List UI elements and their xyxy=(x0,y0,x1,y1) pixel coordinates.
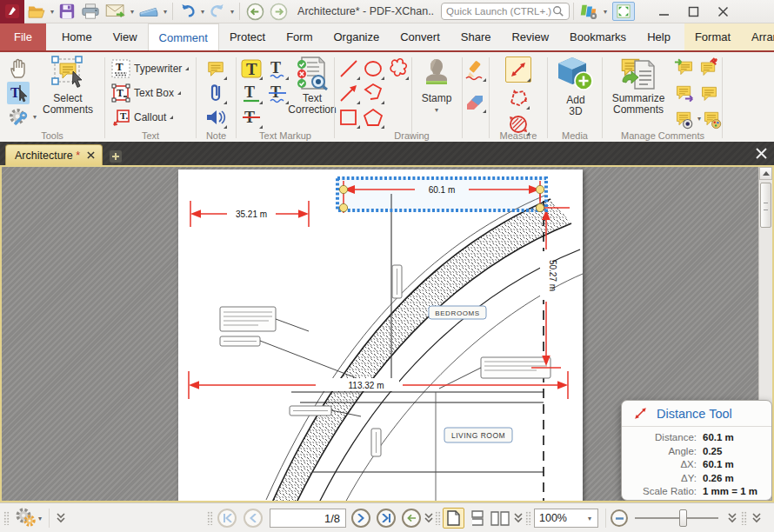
tab-file[interactable]: File xyxy=(0,23,46,50)
page-number-input[interactable]: 1/8 xyxy=(270,509,346,528)
stamp-dropdown-icon[interactable]: ▾ xyxy=(433,104,440,116)
hand-tool-button[interactable] xyxy=(7,57,30,80)
email-button[interactable] xyxy=(103,1,129,22)
tab-view[interactable]: View xyxy=(103,23,148,50)
export-comments-button[interactable] xyxy=(673,82,696,104)
tab-share[interactable]: Share xyxy=(450,23,502,50)
dimension-bottom[interactable]: 113.32 m xyxy=(349,381,384,390)
strikeout-text-button[interactable]: T xyxy=(240,106,263,129)
sticky-note-button[interactable] xyxy=(204,57,227,80)
two-page-view-button[interactable] xyxy=(489,508,510,529)
expand-panel-icon[interactable] xyxy=(56,512,66,524)
stamp-button[interactable]: Stamp ▾ xyxy=(413,56,460,116)
more-tools-expand-icon[interactable] xyxy=(751,512,762,524)
text-box-button[interactable]: T Text Box xyxy=(111,83,181,103)
open-button[interactable] xyxy=(24,1,49,22)
eraser-tool-button[interactable] xyxy=(464,90,486,113)
nav-forward-button[interactable] xyxy=(267,1,290,22)
scroll-up-button[interactable] xyxy=(759,167,772,180)
quick-launch-input[interactable]: Quick Launch (CTRL+.) xyxy=(441,3,570,20)
show-comments-button[interactable] xyxy=(673,108,696,130)
zoom-slider-track[interactable] xyxy=(635,517,718,519)
perimeter-tool-button[interactable] xyxy=(507,87,530,110)
print-button[interactable] xyxy=(78,1,103,22)
add-3d-button[interactable]: Add 3D xyxy=(544,56,607,117)
tab-home[interactable]: Home xyxy=(51,23,103,50)
polygon-line-tool-button[interactable] xyxy=(362,82,384,104)
comment-notes-button[interactable] xyxy=(697,82,720,104)
callout-button[interactable]: T. Callout xyxy=(111,108,173,127)
minimize-button[interactable] xyxy=(649,1,678,22)
email-dropdown-icon[interactable]: ▾ xyxy=(129,8,136,16)
squiggly-underline-button[interactable]: T xyxy=(266,57,289,80)
document-viewport[interactable]: BEDROOMS LIVING ROOM xyxy=(0,165,774,502)
callout-dropdown-icon[interactable] xyxy=(170,116,173,119)
close-window-button[interactable] xyxy=(708,1,737,22)
distance-tool-button[interactable] xyxy=(505,57,531,83)
redo-dropdown-icon[interactable]: ▾ xyxy=(229,8,236,16)
tab-bookmarks[interactable]: Bookmarks xyxy=(559,23,637,50)
undo-dropdown-icon[interactable]: ▾ xyxy=(199,8,206,16)
layout-options-expand-icon[interactable] xyxy=(513,512,524,524)
select-comments-button[interactable]: Select Comments xyxy=(37,56,99,116)
cloud-tool-button[interactable] xyxy=(386,57,409,80)
scan-dropdown-icon[interactable]: ▾ xyxy=(162,8,169,16)
polygon-tool-button[interactable] xyxy=(362,106,384,129)
statusbar-options-button[interactable] xyxy=(11,507,39,528)
rectangle-tool-button[interactable] xyxy=(337,106,360,129)
next-page-button[interactable] xyxy=(351,509,370,528)
zoom-options-expand-icon[interactable] xyxy=(727,512,737,524)
pencil-tool-button[interactable] xyxy=(464,59,486,82)
ui-options-button[interactable] xyxy=(577,1,602,22)
new-tab-button[interactable] xyxy=(106,148,125,165)
typewriter-button[interactable]: T Typewriter xyxy=(111,59,189,78)
tab-convert[interactable]: Convert xyxy=(390,23,450,50)
drag-grip[interactable] xyxy=(3,511,10,525)
tab-form[interactable]: Form xyxy=(276,23,323,50)
dimension-right[interactable]: 50.27 m xyxy=(548,260,557,291)
text-box-dropdown-icon[interactable] xyxy=(177,91,181,95)
tab-arrange[interactable]: Arrange xyxy=(741,23,774,50)
strikeout-squiggly-button[interactable]: T xyxy=(266,82,289,104)
tab-comment[interactable]: Comment xyxy=(148,23,219,50)
tab-protect[interactable]: Protect xyxy=(219,23,276,50)
import-comments-button[interactable] xyxy=(673,56,696,78)
tab-review[interactable]: Review xyxy=(501,23,559,50)
page-nav-grip[interactable] xyxy=(207,511,213,525)
tab-help[interactable]: Help xyxy=(637,23,681,50)
summarize-comments-button[interactable]: Summarize Comments xyxy=(605,56,671,116)
sound-button[interactable] xyxy=(204,106,227,129)
document-tab-architecture[interactable]: Architecture * xyxy=(5,144,103,165)
selected-distance-annotation[interactable]: 60.1 m xyxy=(337,178,546,213)
zoom-out-button[interactable] xyxy=(611,509,628,527)
statusbar-options-dropdown-icon[interactable]: ▾ xyxy=(37,515,43,522)
text-correction-button[interactable]: Text Correction xyxy=(290,56,334,116)
typewriter-dropdown-icon[interactable] xyxy=(185,67,189,70)
continuous-view-button[interactable] xyxy=(466,508,488,529)
previous-page-button[interactable] xyxy=(244,509,263,528)
zoom-dropdown-icon[interactable]: ▾ xyxy=(586,515,593,522)
arrow-tool-button[interactable] xyxy=(337,82,360,104)
open-dropdown-icon[interactable]: ▾ xyxy=(49,8,56,16)
tab-format[interactable]: Format xyxy=(684,23,741,50)
single-page-view-button[interactable] xyxy=(443,508,464,529)
tool-settings-button[interactable] xyxy=(7,106,30,129)
undo-button[interactable] xyxy=(177,1,199,22)
redo-button[interactable] xyxy=(206,1,229,22)
oval-tool-button[interactable] xyxy=(362,57,384,80)
first-page-button[interactable] xyxy=(217,509,237,528)
select-text-tool-button[interactable]: T xyxy=(7,82,30,104)
previous-view-button[interactable] xyxy=(402,509,421,528)
dimension-left[interactable]: 35.21 m xyxy=(236,209,267,219)
zoom-level-select[interactable]: 100% ▾ xyxy=(534,509,598,528)
last-page-button[interactable] xyxy=(377,509,396,528)
attach-file-button[interactable] xyxy=(204,82,227,104)
close-document-button[interactable] xyxy=(748,142,774,165)
close-tab-icon[interactable] xyxy=(87,151,95,159)
maximize-button[interactable] xyxy=(678,1,708,22)
highlight-text-button[interactable]: T xyxy=(240,57,263,80)
scan-button[interactable] xyxy=(136,1,162,22)
right-grip[interactable] xyxy=(741,511,747,525)
layout-grip[interactable] xyxy=(435,511,441,525)
tab-organize[interactable]: Organize xyxy=(323,23,390,50)
